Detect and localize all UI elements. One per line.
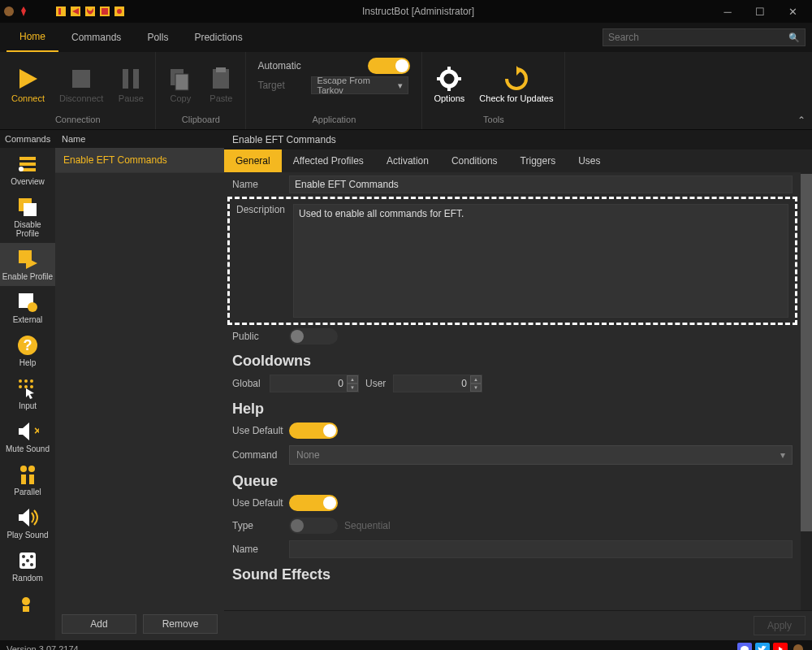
tab-predictions[interactable]: Predictions bbox=[181, 24, 255, 51]
disable-profile-icon bbox=[16, 196, 39, 219]
maximize-button[interactable]: ☐ bbox=[744, 0, 776, 23]
svg-rect-15 bbox=[216, 67, 226, 72]
chevron-down-icon: ▾ bbox=[780, 449, 785, 461]
chevron-down-icon: ▾ bbox=[398, 80, 403, 91]
sidebar-item-disable-profile[interactable]: Disable Profile bbox=[0, 191, 55, 243]
more-icon bbox=[16, 592, 39, 615]
svg-point-8 bbox=[117, 9, 122, 14]
svg-rect-2 bbox=[58, 8, 61, 15]
stop-icon bbox=[68, 66, 94, 92]
help-default-toggle[interactable] bbox=[289, 422, 338, 439]
svg-text:?: ? bbox=[24, 337, 32, 353]
apply-button[interactable]: Apply bbox=[754, 616, 806, 635]
search-box[interactable]: 🔍 bbox=[603, 28, 806, 46]
svg-point-47 bbox=[26, 559, 29, 562]
connect-button[interactable]: Connect bbox=[8, 63, 48, 106]
sidebar-item-overview[interactable]: Overview bbox=[0, 148, 55, 191]
sidebar-item-enable-profile[interactable]: Enable Profile bbox=[0, 243, 55, 286]
options-button[interactable]: Options bbox=[430, 63, 468, 106]
sidebar-item-parallel[interactable]: Parallel bbox=[0, 458, 55, 501]
mute-icon: × bbox=[16, 420, 39, 443]
description-field[interactable] bbox=[293, 204, 788, 318]
queue-default-toggle[interactable] bbox=[289, 495, 338, 511]
public-toggle[interactable] bbox=[289, 328, 338, 344]
check-updates-button[interactable]: Check for Updates bbox=[476, 63, 556, 106]
svg-rect-20 bbox=[437, 77, 442, 80]
sidebar-item-more[interactable] bbox=[0, 587, 55, 620]
close-button[interactable]: ✕ bbox=[776, 0, 809, 23]
external-icon bbox=[16, 291, 39, 314]
youtube-icon[interactable] bbox=[773, 643, 788, 650]
editor-tabs: General Affected Profiles Activation Con… bbox=[224, 150, 812, 172]
tab-general[interactable]: General bbox=[224, 150, 282, 172]
paste-button[interactable]: Paste bbox=[205, 63, 237, 106]
remove-button[interactable]: Remove bbox=[143, 614, 218, 634]
svg-rect-18 bbox=[447, 67, 451, 72]
collapse-ribbon[interactable]: ⌃ bbox=[797, 115, 806, 126]
add-button[interactable]: Add bbox=[62, 614, 136, 634]
ribbon-group-application: Automatic Target Escape From Tarkov ▾ Ap… bbox=[246, 52, 422, 129]
automatic-toggle[interactable] bbox=[368, 58, 410, 74]
svg-point-35 bbox=[30, 379, 33, 383]
queue-heading: Queue bbox=[224, 468, 801, 492]
tab-triggers[interactable]: Triggers bbox=[509, 150, 568, 172]
sidebar-item-input[interactable]: Input bbox=[0, 372, 55, 415]
svg-point-33 bbox=[19, 379, 22, 383]
step-down-icon[interactable]: ▼ bbox=[470, 384, 482, 392]
minimize-button[interactable]: ─ bbox=[711, 0, 744, 23]
play-sound-icon bbox=[16, 506, 39, 529]
step-down-icon[interactable]: ▼ bbox=[347, 384, 358, 392]
app-status-icon[interactable] bbox=[791, 643, 806, 650]
queue-name-field[interactable] bbox=[289, 540, 793, 558]
tab-affected-profiles[interactable]: Affected Profiles bbox=[282, 150, 375, 172]
svg-text:×: × bbox=[34, 424, 39, 437]
commands-list: Name Enable EFT Commands Add Remove bbox=[55, 130, 224, 640]
description-highlight: Description bbox=[227, 197, 797, 325]
pin-icon bbox=[18, 6, 29, 17]
user-cooldown-input[interactable]: 0▲▼ bbox=[393, 375, 482, 392]
step-up-icon[interactable]: ▲ bbox=[470, 375, 482, 384]
sidebar-item-help[interactable]: ? Help bbox=[0, 329, 55, 372]
svg-rect-19 bbox=[447, 86, 451, 91]
ribbon-group-tools: Options Check for Updates Tools bbox=[422, 52, 565, 129]
tab-commands[interactable]: Commands bbox=[58, 24, 134, 51]
global-cooldown-input[interactable]: 0▲▼ bbox=[270, 375, 359, 392]
editor-title: Enable EFT Commands bbox=[224, 130, 812, 150]
titlebar: InstructBot [Administrator] ─ ☐ ✕ bbox=[0, 0, 812, 23]
svg-rect-42 bbox=[21, 474, 26, 484]
parallel-icon bbox=[16, 463, 39, 486]
disconnect-button[interactable]: Disconnect bbox=[56, 63, 106, 106]
pause-icon bbox=[118, 66, 144, 92]
scrollbar-thumb[interactable] bbox=[801, 174, 812, 531]
sidebar-item-mute-sound[interactable]: × Mute Sound bbox=[0, 415, 55, 458]
tab-uses[interactable]: Uses bbox=[567, 150, 611, 172]
svg-point-40 bbox=[20, 466, 27, 472]
twitter-icon[interactable] bbox=[755, 643, 770, 650]
queue-type-toggle[interactable] bbox=[289, 518, 338, 534]
tab-polls[interactable]: Polls bbox=[134, 24, 181, 51]
ribbon-group-clipboard: Copy Paste Clipboard bbox=[156, 52, 246, 129]
editor-scrollbar[interactable] bbox=[801, 172, 812, 610]
discord-icon[interactable] bbox=[737, 643, 752, 650]
cooldowns-heading: Cooldowns bbox=[224, 348, 801, 371]
svg-point-49 bbox=[30, 563, 33, 566]
svg-rect-43 bbox=[29, 474, 34, 484]
target-combo[interactable]: Escape From Tarkov ▾ bbox=[311, 76, 408, 94]
editor: Enable EFT Commands General Affected Pro… bbox=[224, 130, 812, 640]
list-item[interactable]: Enable EFT Commands bbox=[55, 148, 224, 173]
search-input[interactable] bbox=[608, 32, 788, 43]
copy-button[interactable]: Copy bbox=[164, 63, 197, 106]
step-up-icon[interactable]: ▲ bbox=[347, 375, 358, 384]
tab-activation[interactable]: Activation bbox=[375, 150, 440, 172]
tab-conditions[interactable]: Conditions bbox=[440, 150, 509, 172]
pause-button[interactable]: Pause bbox=[114, 63, 147, 106]
svg-point-36 bbox=[19, 385, 22, 388]
tab-home[interactable]: Home bbox=[6, 23, 58, 52]
name-field[interactable] bbox=[289, 176, 793, 193]
svg-rect-9 bbox=[72, 70, 90, 88]
sidebar-item-play-sound[interactable]: Play Sound bbox=[0, 501, 55, 544]
paste-icon bbox=[208, 66, 234, 92]
sidebar-item-random[interactable]: Random bbox=[0, 544, 55, 587]
sidebar-item-external[interactable]: External bbox=[0, 286, 55, 329]
help-command-combo[interactable]: None▾ bbox=[289, 445, 793, 465]
